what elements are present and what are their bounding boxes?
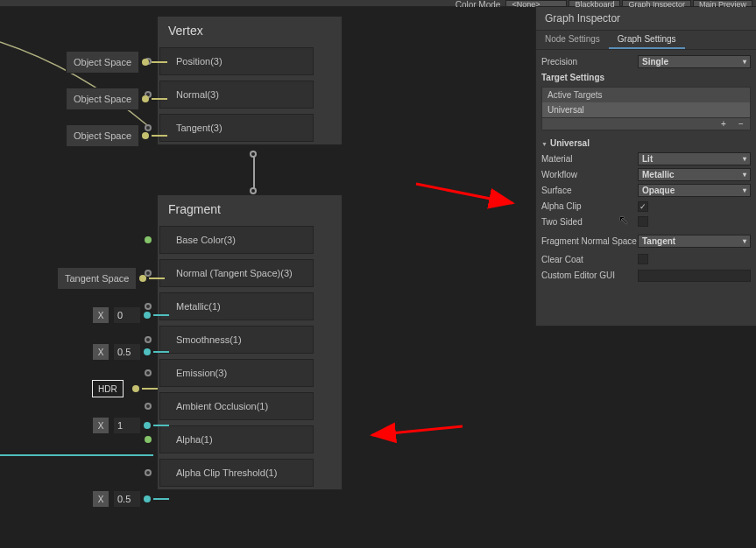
fns-label: Fragment Normal Space <box>541 236 638 246</box>
active-targets-list: Active Targets Universal + − <box>541 87 751 130</box>
precision-dropdown[interactable]: Single <box>638 55 751 68</box>
port-alpha-clip[interactable]: Alpha Clip Threshold(1) <box>159 459 314 487</box>
clear-coat-checkbox[interactable] <box>638 254 648 264</box>
precision-label: Precision <box>541 57 638 67</box>
hdr-chip[interactable]: HDR <box>92 380 124 397</box>
ext-object-space-3[interactable]: Object Space <box>66 123 167 149</box>
port-smoothness[interactable]: Smoothness(1) <box>159 326 314 354</box>
target-item-universal[interactable]: Universal <box>542 102 750 117</box>
fragment-title: Fragment <box>158 195 342 223</box>
add-target-button[interactable]: + <box>715 118 732 130</box>
num-field[interactable]: 0.5 <box>113 490 141 508</box>
inspector-tabs: Node Settings Graph Settings <box>536 31 756 50</box>
port-position[interactable]: Position(3) <box>159 47 314 75</box>
num-field[interactable]: 0.5 <box>113 343 141 361</box>
port-base-color[interactable]: Base Color(3) <box>159 226 314 254</box>
port-metallic[interactable]: Metallic(1) <box>159 292 314 320</box>
active-targets-header: Active Targets <box>542 88 750 102</box>
ext-object-space-1[interactable]: Object Space <box>66 49 167 75</box>
ext-object-space-2[interactable]: Object Space <box>66 86 167 112</box>
custom-gui-label: Custom Editor GUI <box>541 270 638 280</box>
material-dropdown[interactable]: Lit <box>638 152 751 165</box>
clear-coat-label: Clear Coat <box>541 255 638 264</box>
ext-ao-num[interactable]: X1 <box>92 412 169 439</box>
workflow-label: Workflow <box>541 170 638 179</box>
port-normal-ts[interactable]: Normal (Tangent Space)(3) <box>159 259 314 287</box>
port-ao[interactable]: Ambient Occlusion(1) <box>159 392 314 420</box>
alpha-clip-checkbox[interactable]: ✓ <box>638 201 648 212</box>
x-icon[interactable]: X <box>92 417 110 434</box>
tab-node-settings[interactable]: Node Settings <box>536 31 609 49</box>
target-settings-header: Target Settings <box>541 70 751 85</box>
num-field[interactable]: 0 <box>113 306 141 324</box>
top-toolbar: Color Mode <None> Blackboard Graph Inspe… <box>0 0 756 7</box>
port-tangent[interactable]: Tangent(3) <box>159 114 314 142</box>
port-alpha[interactable]: Alpha(1) <box>159 425 314 453</box>
graph-inspector-panel: Graph Inspector Node Settings Graph Sett… <box>535 7 756 327</box>
cursor-icon: ↖ <box>618 213 629 227</box>
tab-graph-settings[interactable]: Graph Settings <box>609 31 685 49</box>
node-connector <box>253 154 255 191</box>
port-normal[interactable]: Normal(3) <box>159 81 314 109</box>
ext-smooth-num[interactable]: X0.5 <box>92 339 169 365</box>
surface-dropdown[interactable]: Opaque <box>638 184 751 197</box>
vertex-title: Vertex <box>158 17 342 45</box>
vertex-node[interactable]: Vertex Position(3) Normal(3) Tangent(3) <box>157 16 343 145</box>
graph-canvas[interactable]: Vertex Position(3) Normal(3) Tangent(3) … <box>0 7 521 548</box>
surface-label: Surface <box>541 186 638 195</box>
x-icon[interactable]: X <box>92 306 110 324</box>
ext-tangent-space[interactable]: Tangent Space <box>57 265 165 292</box>
workflow-dropdown[interactable]: Metallic <box>638 168 751 181</box>
port-emission[interactable]: Emission(3) <box>159 359 314 387</box>
graph-inspector-button[interactable]: Graph Inspector <box>622 0 691 7</box>
fragment-node[interactable]: Fragment Base Color(3) Normal (Tangent S… <box>157 194 343 490</box>
two-sided-checkbox[interactable] <box>638 216 648 227</box>
ext-metallic-num[interactable]: X0 <box>92 302 169 328</box>
inspector-title: Graph Inspector <box>536 7 756 31</box>
x-icon[interactable]: X <box>92 490 110 508</box>
color-mode-dropdown[interactable]: <None> <box>505 0 567 7</box>
alpha-clip-label: Alpha Clip <box>541 201 638 211</box>
blackboard-button[interactable]: Blackboard <box>569 0 620 7</box>
ext-clip-num[interactable]: X0.5 <box>92 486 169 512</box>
fns-dropdown[interactable]: Tangent <box>638 235 751 248</box>
num-field[interactable]: 1 <box>113 417 141 434</box>
universal-foldout[interactable]: Universal <box>541 136 751 151</box>
x-icon[interactable]: X <box>92 343 110 361</box>
material-label: Material <box>541 154 638 164</box>
remove-target-button[interactable]: − <box>732 118 750 130</box>
custom-gui-field[interactable] <box>638 270 751 282</box>
main-preview-button[interactable]: Main Preview <box>693 0 752 7</box>
ext-hdr[interactable]: HDR <box>92 376 158 402</box>
